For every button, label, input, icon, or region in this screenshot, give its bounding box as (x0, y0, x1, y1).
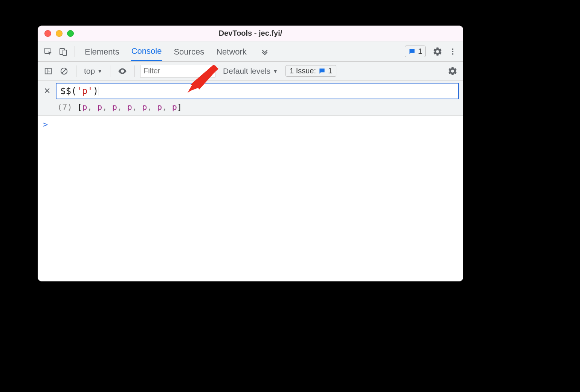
log-levels-selector[interactable]: Default levels ▼ (223, 67, 278, 76)
svg-point-5 (452, 53, 453, 55)
context-label: top (84, 67, 95, 76)
kebab-menu-icon[interactable] (446, 45, 459, 58)
close-icon[interactable]: ✕ (42, 86, 52, 96)
clear-console-icon[interactable] (57, 64, 71, 78)
expr-close: ) (93, 86, 98, 96)
separator (75, 46, 75, 57)
eager-preview: (7) [p, p, p, p, p, p, p] (42, 99, 459, 112)
preview-item[interactable]: p (127, 102, 132, 112)
chevron-down-icon: ▼ (273, 68, 278, 74)
expression-input[interactable]: $$('p') (56, 83, 459, 99)
svg-point-4 (452, 51, 453, 52)
tabs: Elements Console Sources Network (84, 42, 272, 61)
separator (110, 65, 110, 77)
issues-badge[interactable]: 1 Issue: 1 (285, 65, 336, 77)
svg-rect-6 (45, 68, 52, 74)
context-selector[interactable]: top ▼ (82, 67, 105, 76)
svg-rect-2 (63, 50, 67, 55)
svg-line-9 (62, 69, 66, 73)
window-title: DevTools - jec.fyi/ (38, 29, 463, 38)
live-expression-row: ✕ $$('p') (7) [p, p, p, p, p, p, p] (38, 81, 463, 116)
tab-console[interactable]: Console (131, 42, 163, 61)
console-settings-icon[interactable] (446, 64, 459, 78)
preview-count: (7) (57, 102, 72, 112)
more-tabs-icon[interactable] (258, 45, 272, 58)
main-toolbar: Elements Console Sources Network 1 (38, 41, 463, 62)
expr-open: ( (71, 86, 76, 96)
expr-fn: $$ (60, 86, 71, 96)
expr-arg: p (82, 86, 87, 96)
message-icon (408, 48, 416, 55)
text-cursor (99, 87, 99, 96)
settings-icon[interactable] (431, 45, 444, 58)
preview-item[interactable]: p (112, 102, 117, 112)
issues-count: 1 (328, 67, 332, 75)
preview-item[interactable]: p (172, 102, 177, 112)
expr-quote-open: ' (76, 86, 82, 96)
expression-input-line: ✕ $$('p') (42, 83, 459, 99)
chevron-down-icon: ▼ (97, 68, 102, 74)
tab-elements[interactable]: Elements (84, 43, 120, 61)
filter-input[interactable] (140, 65, 215, 77)
separator (76, 65, 76, 77)
tab-sources[interactable]: Sources (173, 43, 205, 61)
messages-count: 1 (418, 47, 422, 56)
expr-quote-close: ' (87, 86, 93, 96)
issues-label: 1 Issue: (290, 67, 316, 75)
devtools-window: DevTools - jec.fyi/ Elements Console Sou… (38, 26, 463, 281)
separator (134, 65, 135, 77)
console-body[interactable]: > (38, 116, 463, 281)
tab-network[interactable]: Network (215, 43, 247, 61)
messages-badge[interactable]: 1 (405, 46, 426, 57)
message-icon (318, 67, 326, 75)
live-expression-eye-icon[interactable] (116, 64, 129, 78)
svg-point-3 (452, 48, 453, 50)
preview-item[interactable]: p (82, 102, 87, 112)
svg-point-10 (122, 70, 123, 71)
levels-label: Default levels (223, 67, 270, 76)
titlebar: DevTools - jec.fyi/ (38, 26, 463, 41)
console-prompt: > (43, 120, 48, 129)
show-sidebar-icon[interactable] (41, 64, 55, 78)
preview-item[interactable]: p (142, 102, 147, 112)
preview-item[interactable]: p (157, 102, 162, 112)
preview-item[interactable]: p (97, 102, 102, 112)
console-toolbar: top ▼ Default levels ▼ 1 Issue: 1 (38, 62, 463, 81)
inspect-element-icon[interactable] (41, 45, 55, 58)
device-toolbar-icon[interactable] (56, 45, 70, 58)
